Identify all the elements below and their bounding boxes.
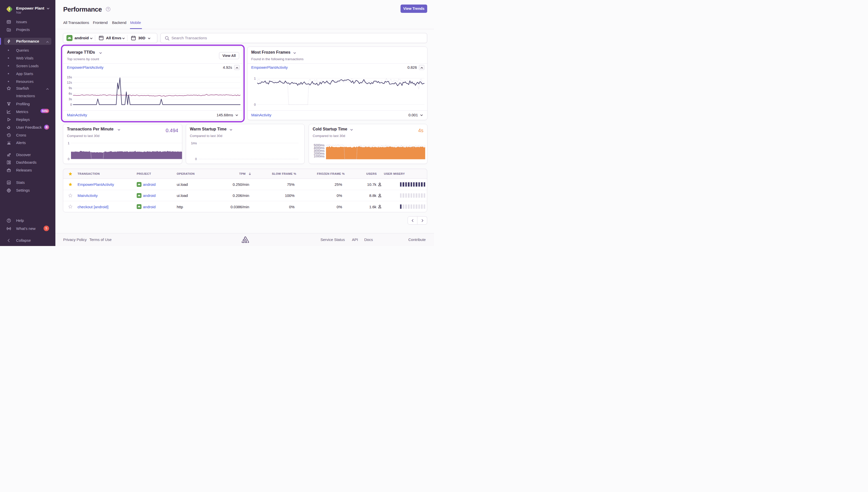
svg-text:9s: 9s xyxy=(69,87,72,90)
svg-text:3s: 3s xyxy=(69,97,72,101)
svg-text:6s: 6s xyxy=(69,92,72,95)
svg-text:0: 0 xyxy=(254,103,256,106)
svg-text:1: 1 xyxy=(254,77,256,80)
svg-text:15s: 15s xyxy=(67,76,72,79)
svg-text:0: 0 xyxy=(68,157,70,161)
svg-text:0: 0 xyxy=(70,103,72,106)
svg-text:1: 1 xyxy=(68,142,70,145)
svg-text:0: 0 xyxy=(195,157,197,161)
svg-text:1ms: 1ms xyxy=(191,142,197,145)
svg-text:1000ms: 1000ms xyxy=(314,155,325,158)
svg-text:12s: 12s xyxy=(67,81,72,84)
